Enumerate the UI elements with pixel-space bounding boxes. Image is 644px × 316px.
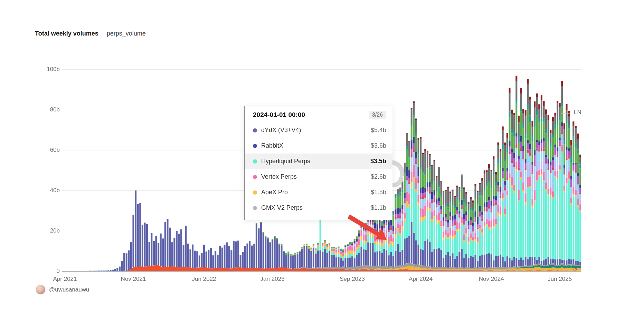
tooltip-row: ApeX Pro$1.5b bbox=[245, 185, 392, 200]
edge-label-line bbox=[561, 113, 570, 113]
y-tick-label: 40b bbox=[30, 187, 60, 194]
y-tick-label: 80b bbox=[30, 106, 60, 113]
series-color-dot-icon bbox=[253, 144, 257, 148]
tooltip-header: 2024-01-01 00:00 3/26 bbox=[245, 109, 392, 122]
tooltip-page-badge: 3/26 bbox=[369, 111, 386, 119]
y-tick-label: 100b bbox=[30, 66, 60, 73]
series-color-dot-icon bbox=[253, 159, 257, 164]
series-value: $3.6b bbox=[371, 142, 386, 149]
y-tick-label: 60b bbox=[30, 147, 60, 154]
attribution: @uwusanauwu bbox=[36, 285, 89, 295]
series-label: RabbitX bbox=[261, 142, 371, 149]
series-label: Hyperliquid Perps bbox=[261, 158, 370, 165]
series-color-dot-icon bbox=[253, 190, 257, 195]
series-color-dot-icon bbox=[253, 175, 257, 179]
y-tick-label: 0 bbox=[30, 268, 60, 275]
series-value: $1.5b bbox=[371, 189, 386, 196]
hover-tooltip: 2024-01-01 00:00 3/26 dYdX (V3+V4)$5.4bR… bbox=[244, 106, 392, 220]
tooltip-row: RabbitX$3.6b bbox=[245, 138, 392, 154]
series-color-dot-icon bbox=[253, 128, 257, 132]
tooltip-row: Hyperliquid Perps$3.5b bbox=[245, 154, 392, 169]
x-tick-label: Nov 2021 bbox=[121, 276, 146, 283]
author-avatar bbox=[36, 285, 46, 295]
series-value: $1.1b bbox=[371, 204, 386, 211]
edge-label: LN bbox=[574, 109, 581, 116]
chart-card: Total weekly volumesperps_volume 020b40b… bbox=[27, 25, 581, 300]
series-value: $2.6b bbox=[371, 173, 386, 180]
x-tick-label: Jun 2025 bbox=[548, 276, 572, 283]
y-tick-label: 20b bbox=[30, 227, 60, 234]
x-tick-label: Jan 2023 bbox=[261, 276, 285, 283]
tooltip-row: GMX V2 Perps$1.1b bbox=[245, 200, 392, 216]
series-label: Vertex Perps bbox=[261, 173, 371, 180]
tooltip-row: Vertex Perps$2.6b bbox=[245, 169, 392, 185]
x-tick-label: Sep 2023 bbox=[340, 276, 365, 283]
x-tick-label: Nov 2024 bbox=[479, 276, 504, 283]
edge-label: S bbox=[573, 265, 577, 272]
edge-label: A bbox=[579, 156, 581, 163]
series-label: dYdX (V3+V4) bbox=[261, 127, 371, 134]
x-tick-label: Apr 2021 bbox=[53, 276, 77, 283]
author-handle: @uwusanauwu bbox=[49, 286, 89, 293]
tooltip-row: dYdX (V3+V4)$5.4b bbox=[245, 122, 392, 138]
x-tick-label: Apr 2024 bbox=[409, 276, 433, 283]
series-label: GMX V2 Perps bbox=[261, 204, 371, 211]
x-tick-label: Jun 2022 bbox=[192, 276, 216, 283]
series-label: ApeX Pro bbox=[261, 189, 371, 196]
series-value: $5.4b bbox=[371, 127, 386, 134]
series-value: $3.5b bbox=[370, 158, 386, 165]
series-color-dot-icon bbox=[253, 206, 257, 210]
tooltip-date: 2024-01-01 00:00 bbox=[253, 111, 305, 119]
